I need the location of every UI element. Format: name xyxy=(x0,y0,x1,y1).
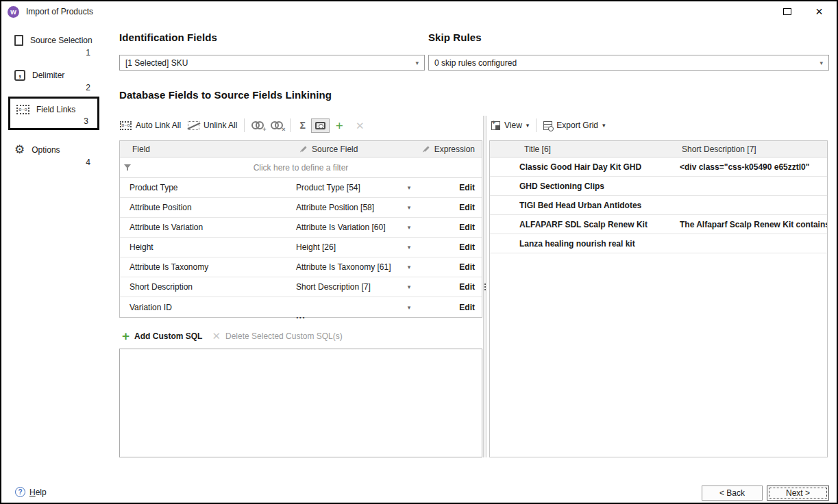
remove-link-button[interactable]: × xyxy=(267,119,286,131)
preview-row[interactable]: Classic Good Hair Day Kit GHD<div class=… xyxy=(490,158,827,177)
app-logo-icon: w xyxy=(8,6,19,18)
export-grid-icon xyxy=(543,121,552,130)
preview-row[interactable]: GHD Sectioning Clips xyxy=(490,177,827,196)
chevron-down-icon: ▾ xyxy=(415,60,419,66)
column-header-source-field[interactable]: Source Field xyxy=(296,144,420,154)
linking-section-heading: Database Fields to Source Fields Linkini… xyxy=(119,89,332,101)
identification-fields-dropdown[interactable]: [1 Selected] SKU ▾ xyxy=(119,55,425,71)
field-link-row: Short DescriptionShort Description [7]▾E… xyxy=(120,277,482,297)
field-links-icon: o-o xyxy=(16,105,29,114)
preview-toggle-button[interactable] xyxy=(311,118,330,133)
edit-expression-link[interactable]: Edit xyxy=(459,223,475,232)
link-remove-icon: × xyxy=(271,121,283,129)
preview-description-cell: The Alfaparf Scalp Renew Kit contains th… xyxy=(676,220,827,229)
source-field-dropdown[interactable]: Height [26]▾ xyxy=(296,242,420,252)
identification-fields-value: [1 Selected] SKU xyxy=(125,58,188,68)
preview-description-cell: <div class="css-k05490 e65zztl0" xyxy=(676,162,827,172)
maximize-icon xyxy=(783,8,791,15)
source-field-dropdown[interactable]: Attribute Is Variation [60]▾ xyxy=(296,223,420,232)
field-links-grid: Field Source Field Expression Click here… xyxy=(119,140,482,318)
x-icon: ✕ xyxy=(212,331,221,341)
db-field-name: Attribute Is Variation xyxy=(120,223,296,232)
toolbar-separator xyxy=(290,118,291,132)
unlink-all-button[interactable]: Unlink All xyxy=(184,118,241,132)
column-header-field[interactable]: Field xyxy=(120,144,296,154)
chevron-down-icon: ▾ xyxy=(408,224,411,231)
x-icon: ✕ xyxy=(353,121,367,131)
field-link-row: Attribute PositionAttribute Position [58… xyxy=(120,198,482,218)
view-menu-button[interactable]: View ▾ xyxy=(488,118,532,132)
edit-expression-link[interactable]: Edit xyxy=(459,262,475,272)
window-title: Import of Products xyxy=(26,7,93,16)
add-custom-sql-button[interactable]: + Add Custom SQL xyxy=(122,329,202,342)
filter-row[interactable]: Click here to define a filter xyxy=(120,158,482,178)
preview-row[interactable]: ALFAPARF SDL Scalp Renew KitThe Alfaparf… xyxy=(490,215,827,234)
preview-title-cell: Lanza healing nourish real kit xyxy=(490,239,676,249)
skip-rules-heading: Skip Rules xyxy=(428,32,482,43)
db-field-name: Attribute Is Taxonomy xyxy=(120,262,296,272)
edit-expression-link[interactable]: Edit xyxy=(459,303,475,312)
step-number: 1 xyxy=(14,48,99,58)
source-field-dropdown[interactable]: Attribute Is Taxonomy [61]▾ xyxy=(296,262,420,272)
step-number: 2 xyxy=(14,83,99,92)
filter-placeholder: Click here to define a filter xyxy=(120,163,482,173)
field-link-row: Attribute Is VariationAttribute Is Varia… xyxy=(120,218,482,238)
edit-expression-link[interactable]: Edit xyxy=(459,282,475,292)
sigma-icon: Σ xyxy=(297,120,307,131)
skip-rules-dropdown[interactable]: 0 skip rules configured ▾ xyxy=(428,55,829,71)
expression-sum-button[interactable]: Σ xyxy=(294,118,310,133)
edit-expression-link[interactable]: Edit xyxy=(459,242,475,252)
custom-sql-editor[interactable] xyxy=(119,349,482,457)
field-links-grid-body: Product TypeProduct Type [54]▾EditAttrib… xyxy=(120,178,482,317)
delete-custom-sql-button-disabled[interactable]: ✕ Delete Selected Custom SQL(s) xyxy=(212,331,342,341)
db-field-name: Attribute Position xyxy=(120,203,296,212)
step-label: Field Links xyxy=(36,105,75,114)
toolbar-separator xyxy=(536,118,537,132)
chevron-down-icon: ▾ xyxy=(408,284,411,290)
export-grid-button[interactable]: Export Grid ▾ xyxy=(540,118,608,132)
preview-row[interactable]: TIGI Bed Head Urban Antidotes xyxy=(490,196,827,215)
preview-title-cell: ALFAPARF SDL Scalp Renew Kit xyxy=(490,220,676,229)
plus-icon: + xyxy=(122,329,130,342)
link-add-icon: + xyxy=(251,121,264,129)
column-header-title[interactable]: Title [6] xyxy=(490,144,676,154)
step-label: Delimiter xyxy=(32,71,64,80)
add-link-button[interactable]: + xyxy=(248,119,267,131)
close-button[interactable]: × xyxy=(803,1,835,22)
edit-expression-link[interactable]: Edit xyxy=(459,183,475,192)
delete-field-link-button-disabled[interactable]: ✕ xyxy=(349,118,371,133)
maximize-button[interactable] xyxy=(771,1,803,22)
preview-grid-body: Classic Good Hair Day Kit GHD<div class=… xyxy=(490,158,827,253)
next-button[interactable]: Next > xyxy=(767,486,829,501)
edit-expression-link[interactable]: Edit xyxy=(459,203,475,212)
preview-toolbar: View ▾ Export Grid ▾ xyxy=(488,115,828,136)
skip-rules-value: 0 skip rules configured xyxy=(434,58,517,68)
help-icon: ? xyxy=(15,487,25,497)
column-header-expression[interactable]: Expression xyxy=(420,144,482,154)
sidebar-item-field-links[interactable]: o-o Field Links 3 xyxy=(8,97,99,130)
field-link-row: Attribute Is TaxonomyAttribute Is Taxono… xyxy=(120,257,482,277)
db-field-name: Short Description xyxy=(120,282,296,292)
auto-link-all-button[interactable]: o-o Auto Link All xyxy=(116,118,184,132)
panel-splitter[interactable] xyxy=(483,116,486,457)
preview-row[interactable]: Lanza healing nourish real kit xyxy=(490,234,827,253)
chevron-down-icon: ▾ xyxy=(526,122,530,129)
source-field-dropdown[interactable]: Product Type [54]▾ xyxy=(296,183,420,192)
source-field-dropdown[interactable]: ▾ xyxy=(296,304,420,311)
source-field-dropdown[interactable]: Short Description [7]▾ xyxy=(296,282,420,292)
step-label: Options xyxy=(32,145,60,155)
grid-header: Field Source Field Expression xyxy=(120,141,482,158)
add-field-link-button[interactable]: + xyxy=(330,117,349,134)
sidebar-item-delimiter[interactable]: , Delimiter 2 xyxy=(8,66,99,94)
quote-icon: , xyxy=(14,70,25,81)
db-field-name: Height xyxy=(120,242,296,252)
column-header-short-description[interactable]: Short Description [7] xyxy=(676,144,827,154)
document-icon xyxy=(14,35,23,46)
step-label: Source Selection xyxy=(30,36,93,45)
sidebar-item-options[interactable]: ⚙ Options 4 xyxy=(8,140,99,169)
source-field-dropdown[interactable]: Attribute Position [58]▾ xyxy=(296,203,420,212)
back-button[interactable]: < Back xyxy=(702,486,763,501)
db-field-name: Variation ID xyxy=(120,303,296,312)
sidebar-item-source-selection[interactable]: Source Selection 1 xyxy=(8,32,99,60)
help-link[interactable]: ? Help xyxy=(15,487,47,497)
